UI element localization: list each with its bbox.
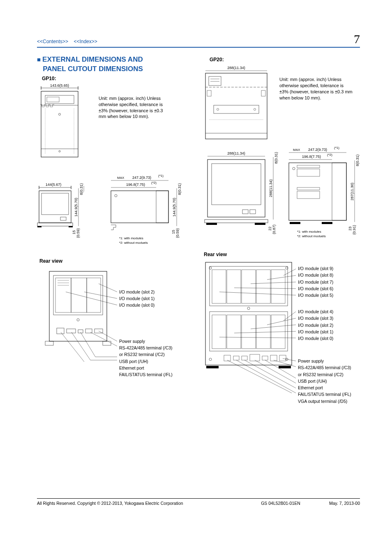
svg-text:(0.59): (0.59) — [175, 228, 180, 238]
svg-rect-123 — [205, 262, 292, 365]
svg-text:8(0.31): 8(0.31) — [79, 183, 83, 195]
svg-line-157 — [251, 325, 296, 329]
svg-rect-61 — [103, 341, 111, 345]
svg-rect-127 — [212, 270, 226, 303]
svg-rect-74 — [205, 73, 267, 139]
gp10-unit-note: Unit: mm (approx. inch) Unless otherwise… — [99, 95, 168, 120]
gp10-depth-drawing: MAX 247.2(9.73) (*1) 196.8(7.75) (*2) 14… — [103, 173, 189, 247]
svg-rect-115 — [322, 222, 332, 224]
svg-rect-4 — [41, 91, 78, 157]
svg-line-66 — [90, 332, 117, 346]
gp10-callout-slot2: I/O module (slot 2) — [119, 289, 154, 295]
svg-rect-130 — [256, 270, 270, 303]
svg-rect-50 — [87, 278, 101, 312]
svg-rect-110 — [297, 169, 320, 176]
svg-text:MAX: MAX — [117, 176, 125, 180]
svg-line-161 — [274, 360, 296, 367]
svg-rect-112 — [297, 191, 320, 199]
svg-rect-107 — [289, 163, 346, 220]
svg-rect-126 — [210, 266, 288, 306]
svg-line-163 — [255, 360, 296, 383]
svg-text:(*2): (*2) — [327, 153, 332, 157]
svg-text:8(0.31): 8(0.31) — [274, 152, 278, 164]
gp20-callout-slot0: I/O module (slot 0) — [298, 335, 333, 342]
gp20-callout-slot1: I/O module (slot 1) — [298, 328, 333, 335]
svg-text:247.2(9.73): 247.2(9.73) — [132, 176, 151, 180]
svg-line-159 — [219, 337, 296, 338]
gp10-rear-label: Rear view — [39, 258, 189, 264]
svg-rect-89 — [212, 164, 261, 205]
svg-rect-5 — [45, 95, 74, 104]
contents-link[interactable]: <<Contents>> — [37, 39, 68, 44]
section-title: ■EXTERNAL DIMENSIONS AND PANEL CUTOUT DI… — [37, 55, 189, 74]
svg-rect-55 — [57, 328, 64, 334]
svg-line-69 — [71, 332, 90, 360]
svg-rect-37 — [156, 191, 168, 223]
gp20-callout-slot6: I/O module (slot 6) — [298, 285, 333, 292]
page-footer: All Rights Reserved. Copyright © 2012-20… — [37, 498, 360, 506]
svg-line-154 — [219, 292, 296, 295]
gp10-callout-slot1: I/O module (slot 1) — [119, 295, 154, 302]
svg-line-160 — [283, 358, 296, 361]
svg-rect-75 — [209, 76, 221, 86]
svg-text:144.9(5.70): 144.9(5.70) — [172, 198, 176, 217]
svg-text:(*1): (*1) — [334, 146, 339, 150]
svg-text:(0.91): (0.91) — [352, 225, 356, 235]
gp10-callout-slot0: I/O module (slot 0) — [119, 302, 154, 308]
svg-text:(*2): (*2) — [151, 181, 157, 185]
svg-rect-114 — [290, 222, 300, 224]
svg-rect-79 — [207, 90, 211, 96]
gp20-callout-vga: VGA output terminal (/D5) — [298, 398, 351, 405]
page-number: 7 — [354, 32, 360, 46]
svg-point-113 — [293, 167, 295, 170]
svg-text:*1: with modules: *1: with modules — [297, 230, 321, 234]
svg-point-132 — [247, 307, 250, 310]
gp20-front-drawing: 288(11.34) 288(11.34) 8(0.31) 22 (0.87) — [201, 146, 281, 237]
gp20-unit-note: Unit: mm (approx. inch) Unless otherwise… — [279, 76, 353, 101]
svg-rect-111 — [297, 187, 320, 190]
svg-rect-147 — [279, 355, 286, 361]
gp20-callout-slot8: I/O module (slot 8) — [298, 272, 333, 278]
svg-text:15: 15 — [171, 230, 175, 234]
svg-text:15: 15 — [72, 230, 76, 234]
gp10-callout-usb: USB port (/UH) — [119, 358, 173, 365]
svg-text:23: 23 — [348, 227, 352, 231]
svg-text:*1: with modules: *1: with modules — [119, 236, 143, 240]
gp10-callout-serial1: RS-422A/485 terminal (/C3) — [119, 345, 173, 351]
svg-rect-56 — [67, 329, 76, 333]
svg-rect-128 — [227, 270, 241, 303]
svg-rect-36 — [111, 191, 168, 223]
svg-point-38 — [115, 194, 117, 197]
svg-line-158 — [234, 331, 296, 333]
svg-line-62 — [99, 284, 117, 292]
gp20-callout-usb: USB port (/UH) — [298, 378, 351, 384]
gp20-front-top-drawing: 288(11.34) — [201, 64, 271, 142]
svg-text:288(11.34): 288(11.34) — [269, 179, 273, 197]
svg-point-82 — [217, 109, 219, 111]
svg-text:MAX: MAX — [293, 148, 300, 152]
svg-line-152 — [251, 282, 296, 284]
svg-line-67 — [81, 332, 95, 357]
gp10-callout-fail: FAIL/STATUS terminal (/FL) — [119, 371, 173, 378]
svg-rect-148 — [206, 366, 219, 368]
footer-docnum: GS 04L52B01-01EN — [261, 501, 300, 506]
svg-text:144.9(5.70): 144.9(5.70) — [74, 198, 78, 217]
svg-rect-47 — [53, 275, 103, 315]
svg-text:247.2(9.73): 247.2(9.73) — [308, 148, 327, 152]
svg-point-54 — [77, 319, 79, 321]
svg-rect-143 — [242, 356, 247, 360]
index-link[interactable]: <<Index>> — [74, 39, 97, 44]
svg-rect-145 — [262, 356, 268, 360]
svg-text:143.6(5.65): 143.6(5.65) — [50, 83, 69, 88]
svg-rect-18 — [42, 193, 69, 215]
svg-rect-92 — [205, 220, 268, 223]
svg-rect-48 — [55, 278, 71, 312]
gp20-callout-power: Power supply — [298, 358, 351, 364]
svg-rect-81 — [214, 105, 259, 113]
svg-rect-133 — [210, 312, 288, 351]
svg-rect-80 — [261, 90, 265, 96]
svg-rect-90 — [242, 210, 248, 214]
svg-line-64 — [66, 292, 117, 305]
svg-rect-58 — [85, 329, 92, 333]
svg-text:8(0.31): 8(0.31) — [355, 155, 360, 166]
